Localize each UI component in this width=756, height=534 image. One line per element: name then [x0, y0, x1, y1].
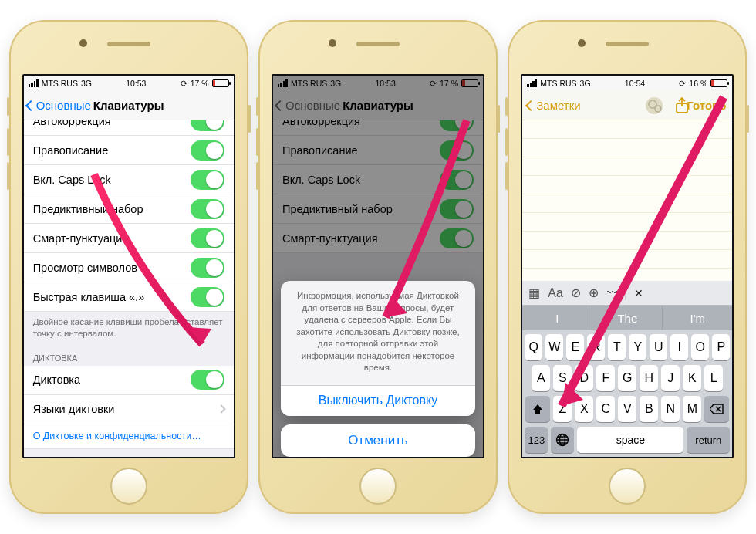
table-icon[interactable]: ▦	[528, 286, 540, 300]
home-button[interactable]	[359, 468, 397, 505]
row-smartpunct[interactable]: Смарт-пунктуация	[24, 224, 234, 253]
switch-capslock[interactable]	[191, 170, 224, 190]
battery-pct: 17 %	[191, 79, 209, 88]
key-s[interactable]: S	[553, 365, 572, 391]
row-dictation[interactable]: Диктовка	[24, 366, 234, 395]
row-autocorrect[interactable]: Автокоррекция	[24, 120, 234, 136]
text-format-icon[interactable]: Aa	[548, 286, 563, 300]
power-button[interactable]	[747, 105, 749, 133]
prediction-1[interactable]: I	[522, 306, 592, 330]
key-x[interactable]: X	[575, 396, 593, 422]
key-e[interactable]: E	[566, 334, 584, 360]
key-d[interactable]: D	[575, 365, 593, 391]
row-spelling[interactable]: Правописание	[24, 136, 234, 165]
prediction-2[interactable]: The	[592, 306, 663, 330]
row-predictive[interactable]: Предиктивный набор	[24, 194, 234, 224]
back-button[interactable]: Основные	[27, 99, 91, 112]
row-label: Вкл. Caps Lock	[33, 174, 111, 186]
key-m[interactable]: M	[683, 396, 701, 422]
key-t[interactable]: T	[608, 334, 626, 360]
switch-dictation[interactable]	[191, 370, 224, 390]
volume-up[interactable]	[505, 128, 508, 156]
power-button[interactable]	[248, 105, 251, 133]
key-w[interactable]: W	[545, 334, 563, 360]
volume-down[interactable]	[505, 162, 508, 190]
key-c[interactable]: C	[596, 396, 615, 422]
mute-switch[interactable]	[256, 97, 258, 116]
key-n[interactable]: N	[661, 396, 680, 422]
switch-charpreview[interactable]	[191, 258, 224, 278]
key-h[interactable]: H	[640, 365, 658, 391]
key-p[interactable]: P	[712, 334, 730, 360]
section-header-dictation: ДИКТОВКА	[24, 344, 234, 366]
link-dictation-privacy[interactable]: О Диктовке и конфиденциальности…	[24, 424, 234, 449]
switch-shortcut[interactable]	[191, 287, 224, 307]
home-button[interactable]	[609, 468, 646, 505]
space-key[interactable]: space	[577, 427, 683, 453]
settings-list[interactable]: Автокоррекция Правописание Вкл. Caps Loc…	[24, 120, 234, 457]
row-label: Просмотр символов	[33, 262, 137, 274]
key-f[interactable]: F	[596, 365, 615, 391]
switch-predictive[interactable]	[191, 199, 224, 219]
numeric-key[interactable]: 123	[525, 427, 548, 453]
globe-key[interactable]	[551, 427, 574, 453]
key-q[interactable]: Q	[525, 334, 542, 360]
draw-icon[interactable]: 〰	[606, 286, 619, 300]
key-z[interactable]: Z	[553, 396, 572, 422]
key-u[interactable]: U	[650, 334, 667, 360]
key-j[interactable]: J	[661, 365, 680, 391]
row-capslock[interactable]: Вкл. Caps Lock	[24, 165, 234, 194]
back-label: Основные	[36, 99, 91, 112]
note-editor[interactable]	[522, 120, 732, 281]
key-i[interactable]: I	[670, 334, 688, 360]
back-button[interactable]: Заметки	[527, 99, 580, 112]
key-k[interactable]: K	[683, 365, 701, 391]
mute-switch[interactable]	[7, 97, 9, 116]
key-y[interactable]: Y	[629, 334, 646, 360]
row-shortcut[interactable]: Быстрая клавиша «.»	[24, 282, 234, 312]
screen: MTS RUS 3G 10:53 ⟳ 17 % Основные Клавиат…	[272, 74, 484, 458]
return-key[interactable]: return	[687, 427, 730, 453]
key-a[interactable]: A	[532, 365, 550, 391]
phone-3: MTS RUS 3G 10:54 ⟳ 16 % Заметки	[508, 20, 747, 514]
row-dictation-languages[interactable]: Языки диктовки	[24, 395, 234, 424]
volume-up[interactable]	[7, 128, 9, 156]
key-g[interactable]: G	[618, 365, 636, 391]
done-button[interactable]: Готово	[687, 99, 726, 112]
shift-key[interactable]	[525, 396, 550, 422]
close-format-icon[interactable]: ✕	[626, 287, 652, 299]
carrier-label: MTS RUS	[42, 79, 78, 88]
disable-dictation-button[interactable]: Выключить Диктовку	[281, 385, 475, 416]
key-row-bottom: 123 space return	[525, 427, 730, 453]
mute-switch[interactable]	[505, 97, 508, 116]
checklist-icon[interactable]: ⊘	[571, 286, 581, 300]
switch-smartpunct[interactable]	[191, 228, 224, 248]
key-r[interactable]: R	[587, 334, 605, 360]
battery-pct: 16 %	[689, 79, 707, 88]
key-b[interactable]: B	[640, 396, 658, 422]
key-row-2: A S D F G H J K L	[525, 365, 730, 391]
notes-nav-bar: Заметки Готово	[522, 91, 732, 120]
signal-bars-icon	[527, 79, 537, 87]
add-icon[interactable]: ⊕	[589, 286, 599, 300]
cancel-button[interactable]: Отменить	[281, 424, 475, 457]
screen: MTS RUS 3G 10:54 ⟳ 16 % Заметки	[521, 74, 734, 458]
key-l[interactable]: L	[704, 365, 723, 391]
collaborate-icon[interactable]	[646, 97, 663, 114]
power-button[interactable]	[498, 105, 500, 133]
home-button[interactable]	[110, 468, 147, 505]
chevron-left-icon	[25, 100, 36, 110]
volume-up[interactable]	[256, 128, 258, 156]
key-row-1: Q W E R T Y U I O P	[525, 334, 730, 360]
key-v[interactable]: V	[618, 396, 636, 422]
status-bar: MTS RUS 3G 10:54 ⟳ 16 %	[522, 76, 732, 91]
backspace-key[interactable]	[704, 396, 729, 422]
key-o[interactable]: O	[691, 334, 709, 360]
prediction-3[interactable]: I'm	[663, 306, 732, 330]
button-label: Отменить	[348, 433, 408, 448]
switch-spelling[interactable]	[191, 140, 224, 161]
volume-down[interactable]	[256, 162, 258, 190]
switch-autocorrect[interactable]	[191, 120, 224, 131]
row-charpreview[interactable]: Просмотр символов	[24, 253, 234, 282]
volume-down[interactable]	[7, 162, 9, 190]
